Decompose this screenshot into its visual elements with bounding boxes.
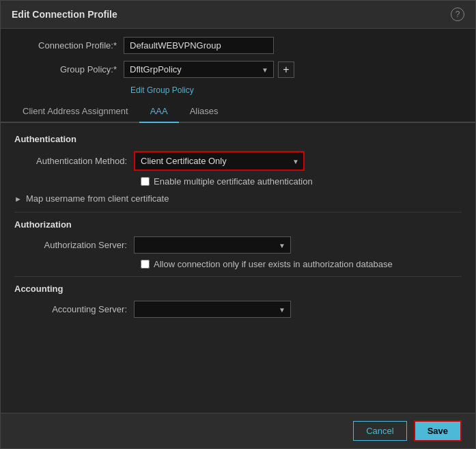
content-area: Authentication Authentication Method: Cl… bbox=[1, 123, 475, 413]
accounting-server-select-wrapper: ▼ bbox=[134, 301, 291, 318]
top-form-section: Connection Profile:* Group Policy:* Dflt… bbox=[1, 29, 475, 100]
authentication-method-select-wrapper: Client Certificate Only AAA AAA and Clie… bbox=[134, 151, 305, 171]
authz-divider bbox=[14, 276, 462, 277]
authorization-server-select-wrapper: ▼ bbox=[134, 236, 291, 254]
dialog-footer: Cancel Save bbox=[1, 413, 475, 448]
enable-multiple-cert-checkbox[interactable] bbox=[141, 177, 150, 186]
group-policy-row: Group Policy:* DfltGrpPolicy ▼ + bbox=[28, 61, 448, 78]
authentication-method-select[interactable]: Client Certificate Only AAA AAA and Clie… bbox=[134, 151, 305, 171]
authorization-server-row: Authorization Server: ▼ bbox=[14, 236, 462, 254]
map-username-label: Map username from client certificate bbox=[26, 193, 169, 204]
accounting-server-row: Accounting Server: ▼ bbox=[14, 301, 462, 318]
enable-multiple-cert-row: Enable multiple certificate authenticati… bbox=[141, 176, 462, 187]
authorization-section-title: Authorization bbox=[14, 219, 462, 230]
authorization-server-label: Authorization Server: bbox=[14, 240, 134, 250]
allow-connection-checkbox[interactable] bbox=[141, 260, 150, 269]
map-username-collapsible[interactable]: ► Map username from client certificate bbox=[14, 193, 462, 204]
dialog-title: Edit Connection Profile bbox=[12, 9, 117, 20]
authentication-section-title: Authentication bbox=[14, 134, 462, 144]
authorization-server-select[interactable] bbox=[134, 236, 291, 254]
allow-connection-row: Allow connection only if user exists in … bbox=[141, 259, 462, 269]
group-policy-select-wrapper: DfltGrpPolicy ▼ bbox=[124, 61, 274, 78]
group-policy-label: Group Policy:* bbox=[28, 64, 124, 74]
add-group-policy-button[interactable]: + bbox=[278, 62, 294, 78]
dialog-header: Edit Connection Profile ? bbox=[1, 1, 475, 29]
connection-profile-input[interactable] bbox=[124, 37, 274, 54]
accounting-section-title: Accounting bbox=[14, 284, 462, 294]
enable-multiple-cert-label: Enable multiple certificate authenticati… bbox=[154, 176, 313, 187]
cancel-button[interactable]: Cancel bbox=[353, 421, 406, 441]
tab-client-address-assignment[interactable]: Client Address Assignment bbox=[12, 100, 139, 123]
connection-profile-row: Connection Profile:* bbox=[28, 37, 448, 54]
connection-profile-label: Connection Profile:* bbox=[28, 40, 124, 51]
allow-connection-label: Allow connection only if user exists in … bbox=[154, 259, 393, 269]
authentication-method-label: Authentication Method: bbox=[14, 156, 134, 166]
edit-group-policy-link[interactable]: Edit Group Policy bbox=[130, 85, 194, 95]
authentication-method-row: Authentication Method: Client Certificat… bbox=[14, 151, 462, 171]
group-policy-select[interactable]: DfltGrpPolicy bbox=[124, 61, 274, 78]
accounting-server-label: Accounting Server: bbox=[14, 304, 134, 314]
tab-aaa[interactable]: AAA bbox=[139, 100, 179, 123]
tabs-bar: Client Address Assignment AAA Aliases bbox=[1, 100, 475, 123]
accounting-server-select[interactable] bbox=[134, 301, 291, 318]
edit-group-policy-row: Edit Group Policy bbox=[28, 85, 448, 95]
save-button[interactable]: Save bbox=[414, 420, 462, 441]
auth-divider bbox=[14, 212, 462, 213]
edit-connection-profile-dialog: Edit Connection Profile ? Connection Pro… bbox=[0, 0, 476, 449]
help-icon[interactable]: ? bbox=[451, 8, 464, 21]
collapse-arrow-icon: ► bbox=[14, 195, 22, 203]
tab-aliases[interactable]: Aliases bbox=[179, 100, 229, 123]
